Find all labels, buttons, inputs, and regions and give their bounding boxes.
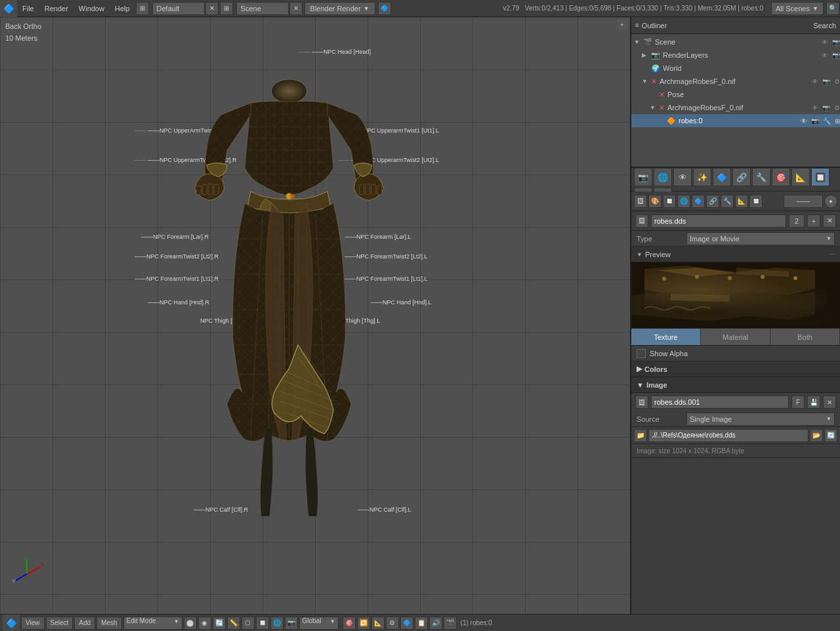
viewport-btn-3[interactable]: 🔄	[213, 617, 226, 630]
filepath-input[interactable]	[648, 429, 808, 442]
preview-dots[interactable]: ···	[830, 251, 835, 258]
eye-icon[interactable]: 👁	[822, 52, 828, 59]
mini-btn-3[interactable]: 🔲	[663, 195, 676, 208]
mat-icon[interactable]: 🔧	[823, 117, 831, 125]
extra-icon2[interactable]: ⚙	[834, 104, 840, 112]
scene-close[interactable]: ✕	[289, 2, 303, 15]
menu-help[interactable]: Help	[110, 0, 135, 17]
prop-btn-texture[interactable]: 🔲	[811, 168, 830, 186]
tex-add-btn[interactable]: +	[807, 214, 820, 228]
tab-both[interactable]: Both	[770, 329, 840, 345]
outliner-robes0[interactable]: 🔶 robes:0 👁 📷 🔧 ⊞	[631, 114, 840, 127]
add-menu-btn[interactable]: Add	[74, 617, 95, 630]
bottom-btn-4[interactable]: ⚙	[386, 617, 399, 630]
eye-icon2[interactable]: 👁	[812, 104, 818, 112]
all-scenes-dropdown[interactable]: All Scenes ▼	[771, 2, 824, 15]
mini-btn-4[interactable]: 🌐	[677, 195, 690, 208]
select-menu-btn[interactable]: Select	[46, 617, 74, 630]
prop-btn-material[interactable]: 🎯	[772, 168, 790, 186]
eye-icon[interactable]: 👁	[812, 78, 818, 85]
filepath-reload-btn[interactable]: 🔄	[824, 429, 837, 442]
outliner-renderlayers[interactable]: ▶ 📷 RenderLayers 👁 📷	[631, 49, 840, 62]
mini-btn-7[interactable]: 🔧	[721, 195, 734, 208]
tab-material[interactable]: Material	[701, 329, 770, 345]
outliner-scene[interactable]: ▼ 🎬 Scene 👁 📷	[631, 35, 840, 49]
tex-remove-btn[interactable]: ✕	[823, 214, 836, 228]
mini-btn-1[interactable]: 🖼	[634, 195, 647, 208]
image-save-btn[interactable]: 💾	[807, 396, 820, 409]
prop-btn-world[interactable]: 👁	[673, 168, 692, 186]
prop-btn-scene[interactable]: 🌐	[654, 168, 672, 186]
image-name-input[interactable]	[651, 396, 789, 409]
filepath-browse-btn[interactable]: 📂	[810, 429, 823, 442]
search-button[interactable]: 🔍	[826, 2, 839, 15]
mode-select[interactable]: Edit Mode ▼	[123, 617, 182, 630]
viewport-btn-4[interactable]: 📏	[227, 617, 240, 630]
mini-btn-6[interactable]: 🔗	[706, 195, 719, 208]
viewport-btn-6[interactable]: 🔲	[256, 617, 269, 630]
viewport-corner[interactable]: +	[617, 20, 627, 30]
mini-btn-5[interactable]: 🔷	[692, 195, 705, 208]
workspace-label[interactable]: Default	[152, 2, 205, 15]
bottom-btn-1[interactable]: 🎯	[343, 617, 356, 630]
bottom-btn-7[interactable]: 🔊	[429, 617, 442, 630]
viewport-btn-8[interactable]: 📷	[285, 617, 298, 630]
scene-label[interactable]: Scene	[236, 2, 289, 15]
outliner-archmage-nif2[interactable]: ▼ ✕ ArchmageRobesF_0.nif 👁 📷 ⚙	[631, 101, 840, 114]
tab-texture[interactable]: Texture	[631, 329, 701, 345]
outliner-archmage-nif[interactable]: ▼ ✕ ArchmageRobesF_0.nif 👁 📷 ⚙	[631, 75, 840, 88]
bottom-btn-5[interactable]: 🔷	[400, 617, 413, 630]
bottom-btn-3[interactable]: 📐	[371, 617, 385, 630]
mini-btn-2[interactable]: 🎨	[648, 195, 662, 208]
outliner-pose[interactable]: ✕ Pose	[631, 88, 840, 101]
view-menu-btn[interactable]: View	[21, 617, 45, 630]
show-alpha-checkbox[interactable]	[637, 349, 646, 358]
render-icon3[interactable]: 📷	[811, 117, 819, 125]
render-engine-label[interactable]: Blender Render ▼	[304, 2, 375, 15]
mini-circle-btn[interactable]: ●	[824, 195, 837, 208]
image-close-btn[interactable]: ✕	[823, 396, 836, 409]
outliner-world[interactable]: 🌍 World	[631, 62, 840, 75]
prop-btn-modifier[interactable]: 🔗	[732, 168, 751, 186]
mini-btn-9[interactable]: 🔲	[749, 195, 763, 208]
prop-btn-render[interactable]: 📷	[634, 168, 652, 186]
viewport-btn-1[interactable]: ⬤	[184, 617, 197, 630]
view-menu[interactable]: Outliner	[642, 22, 667, 30]
prop-btn-data[interactable]: 🔧	[752, 168, 770, 186]
viewport-btn-7[interactable]: 🌐	[270, 617, 284, 630]
bottom-btn-8[interactable]: 🎬	[444, 617, 457, 630]
source-dropdown[interactable]: Single Image ▼	[686, 413, 835, 426]
viewport[interactable]: Back Ortho 10 Meters + ——NPC Head [Head]…	[0, 17, 630, 614]
workspace-icon[interactable]: ⊞	[136, 2, 149, 15]
mini-slider[interactable]: ——	[784, 195, 823, 208]
extra-icon[interactable]: ⚙	[834, 78, 840, 85]
colors-section-header[interactable]: ▶ Colors	[631, 361, 840, 377]
render-icon2[interactable]: 📷	[822, 104, 830, 112]
image-icon-btn[interactable]: 🖼	[635, 396, 648, 409]
prop-btn-constraint[interactable]: 🔷	[713, 168, 731, 186]
menu-window[interactable]: Window	[74, 0, 110, 17]
type-dropdown[interactable]: Image or Movie ▼	[686, 232, 835, 245]
prop-btn-object[interactable]: ✨	[693, 168, 711, 186]
menu-file[interactable]: File	[17, 0, 39, 17]
scene-icon[interactable]: ⊞	[220, 2, 233, 15]
outliner-tree[interactable]: ▼ 🎬 Scene 👁 📷 ▶ 📷 RenderLayers 👁 📷	[631, 34, 840, 167]
workspace-close[interactable]: ✕	[205, 2, 219, 15]
viewport-btn-5[interactable]: ⬡	[242, 617, 255, 630]
bottom-btn-6[interactable]: 📋	[415, 617, 428, 630]
extra-icon3[interactable]: ⊞	[835, 117, 840, 125]
prop-btn-particles[interactable]: 📐	[791, 168, 810, 186]
search-menu[interactable]: Search	[813, 22, 836, 30]
image-F-btn[interactable]: F	[791, 396, 805, 409]
render-icon[interactable]: 📷	[832, 39, 840, 46]
menu-render[interactable]: Render	[39, 0, 74, 17]
bottom-btn-2[interactable]: 🔁	[357, 617, 370, 630]
mini-btn-8[interactable]: 📐	[735, 195, 748, 208]
eye-icon3[interactable]: 👁	[801, 117, 807, 125]
render-icon[interactable]: 📷	[822, 78, 830, 85]
image-section-header[interactable]: ▼ Image	[631, 377, 840, 393]
texture-name-input[interactable]	[651, 214, 786, 228]
viewport-btn-2[interactable]: ◉	[198, 617, 211, 630]
render-icon[interactable]: 📷	[832, 52, 840, 59]
mesh-menu-btn[interactable]: Mesh	[96, 617, 121, 630]
